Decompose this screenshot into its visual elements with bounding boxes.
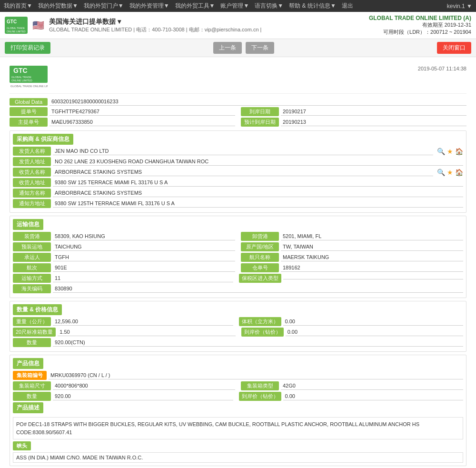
global-data-value: 60032019021800000016233 — [50, 98, 466, 106]
bill-label: 提单号 — [10, 107, 48, 116]
arrival-date-label: 到岸日期 — [241, 107, 279, 116]
consignee-name-value: ARBORBRACE STAKING SYSTEMS — [53, 168, 433, 176]
bill-value: TGFHTTPE4279367 — [50, 108, 235, 116]
consignee-addr-label: 收货人地址 — [13, 178, 51, 187]
ports-row: 装货港 58309, KAO HSIUNG 卸货港 5201, MIAMI, F… — [13, 232, 463, 241]
qty-label: 数量 — [13, 338, 51, 347]
svg-text:GLOBAL TRADE: GLOBAL TRADE — [7, 27, 25, 30]
bonded-zone-value — [283, 277, 464, 279]
consignee-icons: 🔍 ★ 🏠 — [437, 169, 463, 176]
customs-code-row: 海关编码 830890 — [13, 284, 463, 293]
transport-mode-value: 11 — [53, 274, 233, 282]
container-row: 集装箱编号 MRKU0369970 (CN / L / ) — [13, 371, 463, 380]
preloading-label: 预装运地 — [13, 242, 51, 251]
print-button[interactable]: 打印贸易记录 — [5, 42, 50, 54]
search-icon[interactable]: 🔍 — [437, 148, 445, 155]
teu-row: 20尺标准箱数量 1.50 到岸价（钻价） 0.00 — [13, 328, 463, 337]
logo: GTC GLOBAL TRADE ONLINE LIMITED — [5, 17, 28, 34]
quantity-price-header: 数量 & 价格信息 — [13, 304, 62, 315]
doc-header: GTC GLOBAL TRADE ONLINE LIMITED GLOBAL T… — [10, 62, 466, 94]
manifest-label: 仓单号 — [241, 263, 279, 272]
nav-trade-tools[interactable]: 我的外贸工具▼ — [175, 2, 215, 10]
origin-value: TW, TAIWAN — [281, 243, 463, 251]
home-icon[interactable]: 🏠 — [455, 148, 463, 155]
user-info: kevin.1 ▼ — [447, 3, 472, 10]
master-bill-row: 主提单号 MAEU967333850 预计到岸日期 20190213 — [10, 118, 466, 127]
voyage-row: 航次 901E 仓单号 189162 — [13, 263, 463, 272]
consignee-home-icon[interactable]: 🏠 — [455, 169, 463, 176]
product-desc-header: 产品描述 — [13, 402, 43, 413]
nav-foreign-mgmt[interactable]: 我的外资管理▼ — [129, 2, 169, 10]
header-left: GTC GLOBAL TRADE ONLINE LIMITED 🇺🇸 美国海关进… — [5, 17, 261, 34]
bonded-zone-label: 保税区进入类型 — [239, 274, 281, 283]
container-size-value: 4000*806*800 — [53, 382, 235, 390]
prod-qty-row: 数量 920.00 到岸价（钻价） 0.00 — [13, 392, 463, 401]
shipper-addr-row: 发货人地址 NO 262 LANE 23 KUOSHENG ROAD CHANG… — [13, 157, 463, 166]
product-section: 产品信息 集装箱编号 MRKU0369970 (CN / L / ) 集装箱尺寸… — [10, 355, 466, 466]
notify-name-row: 通知方名称 ARBORBRACE STAKING SYSTEMS — [13, 189, 463, 198]
next-button[interactable]: 下一条 — [246, 42, 274, 54]
nav-home[interactable]: 我的首页▼ — [4, 2, 32, 10]
volume-label: 体积（立方米） — [239, 317, 281, 326]
nav-trade-data[interactable]: 我的外贸数据▼ — [38, 2, 78, 10]
notify-name-label: 通知方名称 — [13, 189, 51, 198]
header-title-group: 美国海关进口提单数据 ▾ GLOBAL TRADE ONLINE LIMITED… — [49, 18, 261, 33]
qty-row: 数量 920.00(CTN) — [13, 338, 463, 347]
arrival-price-label: 到岸价（钻价） — [241, 328, 284, 337]
weight-value: 12,596.00 — [53, 318, 233, 326]
preloading-value: TAICHUNG — [53, 243, 235, 251]
teu20-label: 20尺标准箱数量 — [13, 328, 56, 337]
global-data-section: Global Data 60032019021800000016233 提单号 … — [10, 98, 466, 127]
doc-logo-icon: GTC GLOBAL TRADE ONLINE LIMITED GLOBAL T… — [10, 66, 48, 90]
weight-row: 重量（公斤） 12,596.00 体积（立方米） 0.00 — [13, 317, 463, 326]
header-right: GLOBAL TRADE ONLINE LIMITED (A) 有效期至 201… — [369, 15, 471, 36]
vessel-value: MAERSK TAIKUNG — [281, 253, 463, 261]
arrival-date-value: 20190217 — [281, 108, 466, 116]
nav-account[interactable]: 账户管理▼ — [220, 2, 249, 10]
notify-addr-row: 通知方地址 9380 SW 125TH TERRACE MIAMI FL 331… — [13, 199, 463, 208]
nav-language[interactable]: 语言切换▼ — [255, 2, 283, 10]
star-icon[interactable]: ★ — [447, 148, 453, 155]
prev-button[interactable]: 上一条 — [213, 42, 242, 54]
nav-items-left: 我的首页▼ 我的外贸数据▼ 我的外贸门户▼ 我的外资管理▼ 我的外贸工具▼ 账户… — [4, 2, 353, 10]
discharge-port-value: 5201, MIAMI, FL — [281, 232, 463, 240]
nav-logout[interactable]: 退出 — [342, 2, 353, 10]
prod-qty-value: 920.00 — [53, 392, 233, 400]
close-button[interactable]: 关闭窗口 — [437, 42, 471, 54]
consignee-star-icon[interactable]: ★ — [447, 169, 453, 176]
quantity-price-section: 数量 & 价格信息 重量（公斤） 12,596.00 体积（立方米） 0.00 … — [10, 301, 466, 352]
remark-header: 峡头 — [13, 441, 31, 450]
bill-row: 提单号 TGFHTTPE4279367 到岸日期 20190217 — [10, 107, 466, 116]
consignee-search-icon[interactable]: 🔍 — [437, 169, 445, 176]
container-type-value: 42G0 — [281, 382, 463, 390]
nav-trade-portal[interactable]: 我的外贸门户▼ — [84, 2, 124, 10]
doc-logo: GTC GLOBAL TRADE ONLINE LIMITED GLOBAL T… — [10, 66, 48, 90]
carrier-value: TGFH — [53, 253, 235, 261]
prod-qty-label: 数量 — [13, 392, 51, 401]
notify-addr-label: 通知方地址 — [13, 199, 51, 208]
top-navigation: 我的首页▼ 我的外贸数据▼ 我的外贸门户▼ 我的外资管理▼ 我的外贸工具▼ 账户… — [0, 0, 476, 12]
estimated-date-value: 20190213 — [281, 118, 466, 126]
shipper-addr-value: NO 262 LANE 23 KUOSHENG ROAD CHANGHUA TA… — [53, 158, 463, 166]
vessel-label: 航只名称 — [241, 253, 279, 262]
manifest-value: 189162 — [281, 264, 463, 272]
loading-port-value: 58309, KAO HSIUNG — [53, 232, 235, 240]
buyer-supplier-header: 采购商 & 供应商信息 — [13, 134, 73, 145]
remark-value: ASS (IN DIA.) MIAMI C/NO. MADE IN TAIWAN… — [13, 452, 463, 463]
master-bill-label: 主提单号 — [10, 118, 48, 127]
svg-text:ONLINE LIMITED: ONLINE LIMITED — [11, 79, 32, 82]
main-content: GTC GLOBAL TRADE ONLINE LIMITED GLOBAL T… — [0, 57, 476, 468]
nav-help[interactable]: 帮助 & 统计信息▼ — [289, 2, 336, 10]
global-data-row: Global Data 60032019021800000016233 — [10, 98, 466, 106]
shipper-name-value: JEN MAO IND CO LTD — [53, 147, 433, 155]
shipper-name-row: 发货人名称 JEN MAO IND CO LTD 🔍 ★ 🏠 — [13, 147, 463, 156]
carrier-label: 承运人 — [13, 253, 51, 262]
svg-text:ONLINE LIMITED: ONLINE LIMITED — [7, 30, 26, 33]
arrival-price-value: 0.00 — [286, 328, 463, 336]
global-data-label: Global Data — [10, 98, 48, 106]
teu20-value: 1.50 — [58, 328, 235, 336]
gtc-logo-icon: GTC GLOBAL TRADE ONLINE LIMITED — [5, 17, 28, 34]
consignee-addr-row: 收货人地址 9380 SW 125 TERRACE MIAMI FL 33176… — [13, 178, 463, 187]
loading-port-label: 装货港 — [13, 232, 51, 241]
buyer-supplier-section: 采购商 & 供应商信息 发货人名称 JEN MAO IND CO LTD 🔍 ★… — [10, 130, 466, 213]
